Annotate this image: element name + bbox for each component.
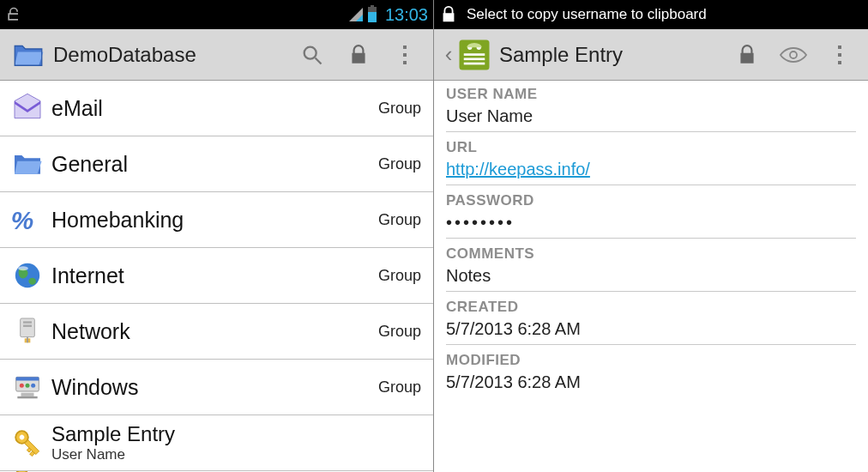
svg-line-4 bbox=[316, 57, 322, 64]
signal-icon bbox=[347, 6, 365, 23]
list-item[interactable]: Internet Group bbox=[0, 248, 433, 304]
action-bar-left: DemoDatabase bbox=[0, 29, 433, 81]
created-label: CREATED bbox=[446, 299, 856, 316]
svg-rect-19 bbox=[17, 396, 37, 399]
entry-title: Sample Entry bbox=[499, 43, 724, 67]
username-label: USER NAME bbox=[446, 86, 856, 103]
folder-icon bbox=[7, 143, 48, 185]
svg-rect-38 bbox=[838, 61, 841, 64]
lock-button[interactable] bbox=[724, 29, 770, 81]
percent-icon: % bbox=[7, 199, 48, 240]
overflow-menu-button[interactable] bbox=[382, 29, 428, 81]
globe-icon bbox=[7, 255, 48, 296]
svg-point-35 bbox=[790, 51, 797, 58]
overflow-menu-button[interactable] bbox=[817, 29, 863, 81]
list-item[interactable]: Sample Entry User Name bbox=[0, 415, 433, 471]
svg-rect-17 bbox=[16, 377, 39, 380]
username-value[interactable]: User Name bbox=[446, 106, 856, 132]
modified-value: 5/7/2013 6:28 AM bbox=[446, 372, 856, 392]
svg-point-21 bbox=[26, 384, 30, 388]
battery-icon bbox=[366, 5, 378, 24]
list-item-label: General bbox=[51, 152, 378, 177]
action-bar-right: ‹ Sample Entry bbox=[434, 29, 868, 81]
svg-point-9 bbox=[15, 263, 39, 287]
password-value[interactable]: •••••••• bbox=[446, 213, 856, 239]
status-bar-right: Select to copy username to clipboard bbox=[434, 0, 868, 29]
list-item[interactable]: eMail Group bbox=[0, 81, 433, 136]
svg-rect-1 bbox=[368, 12, 377, 22]
show-password-button[interactable] bbox=[770, 29, 817, 81]
list-item-label: Internet bbox=[51, 263, 378, 288]
lock-button[interactable] bbox=[335, 29, 382, 81]
list-item[interactable]: General Group bbox=[0, 136, 433, 192]
modified-label: MODIFIED bbox=[446, 352, 856, 369]
status-bar-left: 13:03 bbox=[0, 0, 433, 29]
entry-detail-pane: Select to copy username to clipboard ‹ S… bbox=[434, 0, 868, 472]
group-list-pane: 13:03 DemoDatabase bbox=[0, 0, 434, 472]
svg-rect-13 bbox=[23, 325, 32, 328]
svg-rect-2 bbox=[371, 5, 374, 7]
svg-rect-18 bbox=[21, 393, 34, 396]
list-item-subtitle: User Name bbox=[51, 446, 421, 463]
svg-rect-30 bbox=[464, 53, 485, 56]
svg-rect-6 bbox=[403, 53, 407, 57]
svg-rect-5 bbox=[403, 45, 407, 49]
comments-value[interactable]: Notes bbox=[446, 266, 856, 292]
status-tip: Select to copy username to clipboard bbox=[467, 6, 707, 23]
list-item-label: Network bbox=[51, 319, 378, 344]
mail-icon bbox=[7, 88, 48, 129]
lock-status-icon bbox=[439, 5, 458, 24]
database-title: DemoDatabase bbox=[53, 43, 289, 67]
back-button[interactable]: ‹ bbox=[443, 41, 455, 68]
windows-icon bbox=[7, 366, 48, 408]
svg-point-20 bbox=[20, 384, 24, 388]
server-icon bbox=[7, 311, 48, 352]
clock: 13:03 bbox=[385, 5, 428, 25]
app-icon[interactable] bbox=[455, 35, 494, 75]
list-item-type: Group bbox=[378, 267, 421, 285]
group-list: eMail Group General Group % Homebanking … bbox=[0, 81, 433, 472]
comments-label: COMMENTS bbox=[446, 245, 856, 263]
key-icon bbox=[7, 422, 48, 463]
url-value[interactable]: http://keepass.info/ bbox=[446, 160, 856, 185]
list-item-type: Group bbox=[378, 378, 421, 396]
search-button[interactable] bbox=[289, 29, 335, 81]
created-value: 5/7/2013 6:28 AM bbox=[446, 319, 856, 345]
password-label: PASSWORD bbox=[446, 192, 856, 209]
list-item-label: eMail bbox=[51, 96, 378, 121]
list-item[interactable]: % Homebanking Group bbox=[0, 192, 433, 248]
app-indicator-icon bbox=[5, 6, 22, 23]
list-item[interactable]: Windows Group bbox=[0, 360, 433, 415]
url-label: URL bbox=[446, 139, 856, 156]
list-item-label: Sample Entry bbox=[51, 422, 421, 446]
svg-rect-31 bbox=[464, 57, 485, 60]
svg-point-22 bbox=[31, 384, 35, 388]
svg-text:%: % bbox=[11, 206, 33, 234]
svg-rect-11 bbox=[21, 318, 35, 337]
list-item-type: Group bbox=[378, 100, 421, 118]
svg-point-3 bbox=[304, 46, 316, 58]
list-item-type: Group bbox=[378, 155, 421, 173]
svg-rect-36 bbox=[838, 45, 841, 49]
svg-rect-32 bbox=[464, 62, 485, 64]
svg-rect-7 bbox=[403, 61, 407, 64]
folder-open-icon[interactable] bbox=[9, 35, 48, 75]
svg-rect-12 bbox=[23, 321, 32, 324]
list-item-type: Group bbox=[378, 211, 421, 229]
list-item-label: Windows bbox=[51, 375, 378, 400]
list-item[interactable]: Network Group bbox=[0, 304, 433, 360]
entry-details: USER NAME User Name URL http://keepass.i… bbox=[434, 81, 868, 472]
list-item-type: Group bbox=[378, 323, 421, 341]
svg-point-10 bbox=[18, 266, 28, 270]
list-item-label: Homebanking bbox=[51, 208, 378, 233]
svg-rect-37 bbox=[838, 53, 841, 57]
